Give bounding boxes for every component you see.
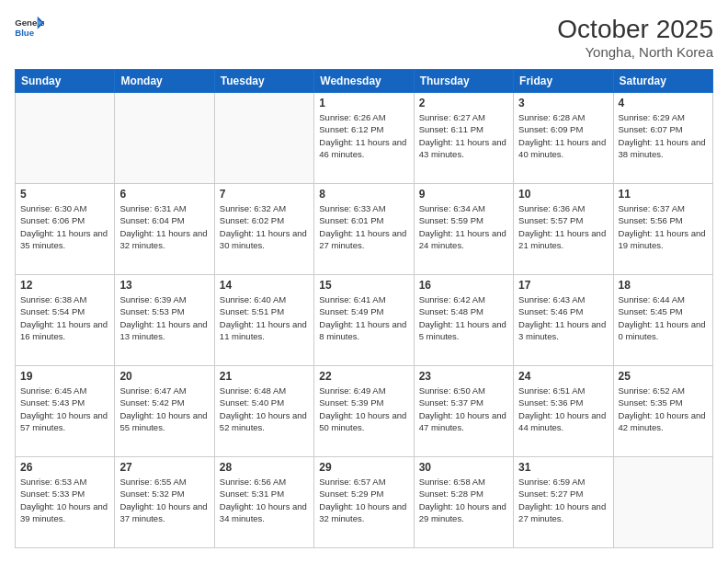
day-number: 1 xyxy=(319,97,408,109)
day-number: 5 xyxy=(20,188,109,201)
day-number: 17 xyxy=(518,279,608,292)
calendar-week-row: 12Sunrise: 6:38 AM Sunset: 5:54 PM Dayli… xyxy=(16,275,713,366)
day-detail: Sunrise: 6:57 AM Sunset: 5:29 PM Dayligh… xyxy=(319,476,408,524)
calendar-cell: 20Sunrise: 6:47 AM Sunset: 5:42 PM Dayli… xyxy=(115,366,214,457)
calendar-cell: 14Sunrise: 6:40 AM Sunset: 5:51 PM Dayli… xyxy=(214,275,313,366)
calendar-cell: 9Sunrise: 6:34 AM Sunset: 5:59 PM Daylig… xyxy=(414,184,513,275)
day-number: 27 xyxy=(119,461,209,474)
calendar-cell: 3Sunrise: 6:28 AM Sunset: 6:09 PM Daylig… xyxy=(514,93,613,184)
day-number: 25 xyxy=(619,370,708,383)
day-number: 28 xyxy=(220,461,309,474)
calendar-cell: 1Sunrise: 6:26 AM Sunset: 6:12 PM Daylig… xyxy=(314,93,414,184)
calendar-cell: 4Sunrise: 6:29 AM Sunset: 6:07 PM Daylig… xyxy=(613,93,712,184)
day-number: 7 xyxy=(220,188,309,201)
day-detail: Sunrise: 6:31 AM Sunset: 6:04 PM Dayligh… xyxy=(119,202,209,251)
day-number: 11 xyxy=(619,188,708,201)
calendar-cell xyxy=(16,93,115,184)
calendar-cell: 17Sunrise: 6:43 AM Sunset: 5:46 PM Dayli… xyxy=(514,275,613,366)
day-number: 26 xyxy=(20,461,109,474)
calendar-cell: 30Sunrise: 6:58 AM Sunset: 5:28 PM Dayli… xyxy=(414,457,513,548)
calendar-cell: 16Sunrise: 6:42 AM Sunset: 5:48 PM Dayli… xyxy=(414,275,513,366)
calendar-cell: 15Sunrise: 6:41 AM Sunset: 5:49 PM Dayli… xyxy=(314,275,414,366)
weekday-header-row: SundayMondayTuesdayWednesdayThursdayFrid… xyxy=(16,70,713,93)
day-detail: Sunrise: 6:32 AM Sunset: 6:02 PM Dayligh… xyxy=(220,202,309,251)
day-number: 29 xyxy=(319,461,408,474)
day-detail: Sunrise: 6:48 AM Sunset: 5:40 PM Dayligh… xyxy=(220,385,309,433)
day-number: 20 xyxy=(119,370,209,383)
day-number: 6 xyxy=(119,188,209,201)
calendar-cell: 6Sunrise: 6:31 AM Sunset: 6:04 PM Daylig… xyxy=(115,184,214,275)
page-header: General Blue October 2025 Yongha, North … xyxy=(15,15,713,60)
day-detail: Sunrise: 6:39 AM Sunset: 5:53 PM Dayligh… xyxy=(119,293,209,342)
day-number: 18 xyxy=(619,279,708,292)
day-detail: Sunrise: 6:37 AM Sunset: 5:56 PM Dayligh… xyxy=(619,202,708,251)
calendar-cell: 29Sunrise: 6:57 AM Sunset: 5:29 PM Dayli… xyxy=(314,457,414,548)
day-detail: Sunrise: 6:33 AM Sunset: 6:01 PM Dayligh… xyxy=(319,202,408,251)
day-number: 21 xyxy=(220,370,309,383)
day-number: 16 xyxy=(419,279,508,292)
calendar-cell: 27Sunrise: 6:55 AM Sunset: 5:32 PM Dayli… xyxy=(115,457,214,548)
day-number: 9 xyxy=(419,188,508,201)
day-detail: Sunrise: 6:58 AM Sunset: 5:28 PM Dayligh… xyxy=(419,476,508,524)
calendar-location: Yongha, North Korea xyxy=(557,44,713,60)
calendar-cell: 23Sunrise: 6:50 AM Sunset: 5:37 PM Dayli… xyxy=(414,366,513,457)
day-detail: Sunrise: 6:44 AM Sunset: 5:45 PM Dayligh… xyxy=(619,293,708,342)
day-detail: Sunrise: 6:27 AM Sunset: 6:11 PM Dayligh… xyxy=(419,111,508,160)
calendar-cell: 21Sunrise: 6:48 AM Sunset: 5:40 PM Dayli… xyxy=(214,366,313,457)
calendar-cell: 25Sunrise: 6:52 AM Sunset: 5:35 PM Dayli… xyxy=(613,366,712,457)
day-number: 24 xyxy=(518,370,608,383)
weekday-header-saturday: Saturday xyxy=(613,70,712,93)
day-detail: Sunrise: 6:30 AM Sunset: 6:06 PM Dayligh… xyxy=(20,202,109,251)
calendar-week-row: 5Sunrise: 6:30 AM Sunset: 6:06 PM Daylig… xyxy=(16,184,713,275)
day-detail: Sunrise: 6:47 AM Sunset: 5:42 PM Dayligh… xyxy=(119,385,209,433)
day-number: 3 xyxy=(518,97,608,109)
day-number: 12 xyxy=(20,279,109,292)
day-detail: Sunrise: 6:45 AM Sunset: 5:43 PM Dayligh… xyxy=(20,385,109,433)
day-number: 19 xyxy=(20,370,109,383)
day-detail: Sunrise: 6:52 AM Sunset: 5:35 PM Dayligh… xyxy=(619,385,708,433)
day-detail: Sunrise: 6:51 AM Sunset: 5:36 PM Dayligh… xyxy=(518,385,608,433)
calendar-cell: 26Sunrise: 6:53 AM Sunset: 5:33 PM Dayli… xyxy=(16,457,115,548)
day-number: 23 xyxy=(419,370,508,383)
day-number: 8 xyxy=(319,188,408,201)
day-detail: Sunrise: 6:59 AM Sunset: 5:27 PM Dayligh… xyxy=(518,476,608,524)
weekday-header-sunday: Sunday xyxy=(16,70,115,93)
day-detail: Sunrise: 6:28 AM Sunset: 6:09 PM Dayligh… xyxy=(518,111,608,160)
day-detail: Sunrise: 6:49 AM Sunset: 5:39 PM Dayligh… xyxy=(319,385,408,433)
day-number: 4 xyxy=(619,97,708,109)
calendar-cell: 31Sunrise: 6:59 AM Sunset: 5:27 PM Dayli… xyxy=(514,457,613,548)
calendar-cell: 19Sunrise: 6:45 AM Sunset: 5:43 PM Dayli… xyxy=(16,366,115,457)
weekday-header-wednesday: Wednesday xyxy=(314,70,414,93)
day-detail: Sunrise: 6:55 AM Sunset: 5:32 PM Dayligh… xyxy=(119,476,209,524)
calendar-cell: 2Sunrise: 6:27 AM Sunset: 6:11 PM Daylig… xyxy=(414,93,513,184)
weekday-header-thursday: Thursday xyxy=(414,70,513,93)
calendar-cell: 10Sunrise: 6:36 AM Sunset: 5:57 PM Dayli… xyxy=(514,184,613,275)
day-number: 22 xyxy=(319,370,408,383)
calendar-cell: 18Sunrise: 6:44 AM Sunset: 5:45 PM Dayli… xyxy=(613,275,712,366)
weekday-header-friday: Friday xyxy=(514,70,613,93)
logo: General Blue xyxy=(15,15,44,40)
day-detail: Sunrise: 6:50 AM Sunset: 5:37 PM Dayligh… xyxy=(419,385,508,433)
calendar-cell xyxy=(214,93,313,184)
calendar-title: October 2025 xyxy=(557,15,713,44)
calendar-cell xyxy=(115,93,214,184)
calendar-cell: 8Sunrise: 6:33 AM Sunset: 6:01 PM Daylig… xyxy=(314,184,414,275)
day-detail: Sunrise: 6:34 AM Sunset: 5:59 PM Dayligh… xyxy=(419,202,508,251)
calendar-week-row: 19Sunrise: 6:45 AM Sunset: 5:43 PM Dayli… xyxy=(16,366,713,457)
day-detail: Sunrise: 6:42 AM Sunset: 5:48 PM Dayligh… xyxy=(419,293,508,342)
day-detail: Sunrise: 6:29 AM Sunset: 6:07 PM Dayligh… xyxy=(619,111,708,160)
day-detail: Sunrise: 6:36 AM Sunset: 5:57 PM Dayligh… xyxy=(518,202,608,251)
day-detail: Sunrise: 6:53 AM Sunset: 5:33 PM Dayligh… xyxy=(20,476,109,524)
day-detail: Sunrise: 6:41 AM Sunset: 5:49 PM Dayligh… xyxy=(319,293,408,342)
calendar-cell: 12Sunrise: 6:38 AM Sunset: 5:54 PM Dayli… xyxy=(16,275,115,366)
calendar-week-row: 26Sunrise: 6:53 AM Sunset: 5:33 PM Dayli… xyxy=(16,457,713,548)
day-number: 10 xyxy=(518,188,608,201)
day-detail: Sunrise: 6:56 AM Sunset: 5:31 PM Dayligh… xyxy=(220,476,309,524)
calendar-cell xyxy=(613,457,712,548)
day-detail: Sunrise: 6:26 AM Sunset: 6:12 PM Dayligh… xyxy=(319,111,408,160)
day-detail: Sunrise: 6:38 AM Sunset: 5:54 PM Dayligh… xyxy=(20,293,109,342)
calendar-week-row: 1Sunrise: 6:26 AM Sunset: 6:12 PM Daylig… xyxy=(16,93,713,184)
calendar-cell: 28Sunrise: 6:56 AM Sunset: 5:31 PM Dayli… xyxy=(214,457,313,548)
day-number: 2 xyxy=(419,97,508,109)
day-detail: Sunrise: 6:43 AM Sunset: 5:46 PM Dayligh… xyxy=(518,293,608,342)
